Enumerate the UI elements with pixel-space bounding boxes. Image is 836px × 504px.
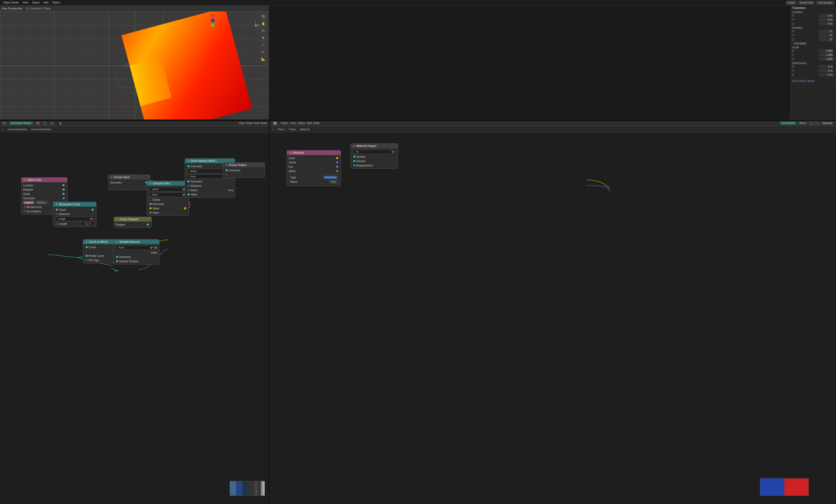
scale-y-value[interactable]: 1.000 xyxy=(819,53,834,57)
vp-transform-icon[interactable]: ⤢ xyxy=(260,42,266,48)
vp-annotate-icon[interactable]: ✏ xyxy=(260,49,266,55)
node-group-output[interactable]: ▼ Group Output Geometry xyxy=(223,162,265,178)
ne-close-icon[interactable]: × xyxy=(50,121,54,125)
app-manager-btn[interactable]: App Manager xyxy=(816,1,834,5)
scale-x-value[interactable]: 1.000 xyxy=(819,49,834,53)
mat-canvas[interactable]: ▼ Attribute Color Vector Fac Alpha xyxy=(270,133,836,504)
mat-add-menu[interactable]: Add xyxy=(307,122,311,124)
loc-y-value[interactable]: 0 m xyxy=(819,18,834,21)
attr-alpha-label: Alpha xyxy=(288,170,336,173)
collapse-arrow-3[interactable]: ▼ xyxy=(111,176,113,179)
sn-point-dropdown[interactable]: Point Edge xyxy=(116,246,154,250)
ne-pin-icon[interactable]: 📌 xyxy=(35,121,40,125)
vp-move-icon[interactable]: ✋ xyxy=(260,21,266,26)
swatch-red[interactable] xyxy=(784,479,809,496)
mat-breadcrumb-material[interactable]: Material xyxy=(300,128,310,131)
mat-view-menu[interactable]: View xyxy=(290,122,296,124)
collapse-arrow-mo[interactable]: ▼ xyxy=(353,145,355,148)
collapse-arrow-9[interactable]: ▼ xyxy=(225,164,228,167)
rot-z-value[interactable]: 0° xyxy=(819,38,834,41)
node-group-input[interactable]: ▼ Group Input Geometry xyxy=(108,175,150,190)
scale-z-value[interactable]: 1.000 xyxy=(819,57,834,61)
node-sample-nearest[interactable]: ▼ Sample Nearest Point Edge Index Geomet… xyxy=(113,239,159,265)
mat-breadcrumb-home[interactable]: ⌂ xyxy=(272,128,273,131)
breadcrumb-home[interactable]: ⌂ xyxy=(2,128,3,131)
collapse-arrow-7[interactable]: ▼ xyxy=(116,240,118,243)
resample-len-value[interactable]: 0.1 m xyxy=(81,222,95,226)
menu-add[interactable]: Add xyxy=(42,1,50,4)
relative-btn[interactable]: Relative xyxy=(35,201,48,205)
breadcrumb-geonodes2[interactable]: GeometryNodes xyxy=(32,128,51,131)
mat-slot-prev-icon[interactable]: ‹ xyxy=(809,121,814,125)
swatch-blue[interactable] xyxy=(760,479,784,496)
attr-name-value[interactable]: tang xyxy=(329,180,338,183)
sna-val-in xyxy=(188,193,190,195)
mat-use-nodes-btn[interactable]: Use Nodes xyxy=(780,121,796,125)
dim-z-value[interactable]: 0 m xyxy=(819,73,834,77)
original-btn[interactable]: Original xyxy=(23,201,34,204)
mat-breadcrumb-plane2[interactable]: Plane xyxy=(289,128,296,131)
ne-scene-icon[interactable]: □ xyxy=(42,121,47,125)
mat-object-menu[interactable]: Object xyxy=(281,122,288,124)
ne-add-menu[interactable]: Add xyxy=(254,122,259,124)
breadcrumb-geonodes1[interactable]: GeometryNodes xyxy=(7,128,27,131)
mat-material-label[interactable]: Material xyxy=(821,121,834,125)
rot-x-value[interactable]: 0° xyxy=(819,30,834,33)
ne-workspace-label[interactable]: Geometry Nodes xyxy=(9,121,33,125)
mat-select-menu[interactable]: Select xyxy=(298,122,305,124)
node-attribute[interactable]: ▼ Attribute Color Vector Fac Alpha xyxy=(287,150,341,186)
vp-camera-icon[interactable]: 📷 xyxy=(260,14,266,20)
loc-x-value[interactable]: 0 m xyxy=(819,14,834,17)
mo-all-dropdown[interactable]: All xyxy=(353,150,395,154)
menu-object-mode[interactable]: Object Mode xyxy=(2,1,20,4)
ne-select-menu[interactable]: Select xyxy=(246,122,253,124)
menu-view[interactable]: View xyxy=(21,1,30,4)
dim-y-row: Y 2 m xyxy=(792,69,834,73)
vp-scale-icon[interactable]: ⊕ xyxy=(260,35,266,41)
ne-editor-type-icon[interactable]: ⬡ xyxy=(2,121,7,125)
node-curve-tangent[interactable]: ▼ Curve Tangent Tangent xyxy=(114,217,152,228)
resample-mode-dropdown[interactable]: Length Count xyxy=(56,217,94,221)
vp-rotate-icon[interactable]: ↻ xyxy=(260,28,266,34)
sna-name-label: Name xyxy=(190,189,227,192)
edit-linked-label[interactable]: Edit Linked Library xyxy=(792,80,815,82)
sample-idx-point-dropdown[interactable]: Point Edge xyxy=(149,193,186,197)
ne-view-menu[interactable]: View xyxy=(239,122,245,124)
mat-breadcrumb-plane1[interactable]: Plane xyxy=(278,128,285,131)
collapse-arrow-8[interactable]: ▼ xyxy=(187,160,190,162)
collapse-arrow-attr[interactable]: ▼ xyxy=(289,152,291,154)
sample-idx-vec-dropdown[interactable]: Vector Float xyxy=(149,187,186,191)
node-canvas[interactable]: ▼ Object Info Location Rotation Scale Ge… xyxy=(0,133,269,504)
streak-peek-btn[interactable]: Streak Peek xyxy=(798,1,815,5)
vp-measure-icon[interactable]: 📐 xyxy=(260,56,266,62)
ne-anchor-icon[interactable]: ⚓ xyxy=(59,122,62,124)
mat-editor-type-icon[interactable]: 🎨 xyxy=(272,121,278,125)
global-btn[interactable]: Global xyxy=(786,1,797,5)
collapse-arrow-2[interactable]: ▼ xyxy=(55,203,58,206)
node-sample-index[interactable]: ▼ Sample Index Vector Float Point Edge xyxy=(147,181,189,216)
ne-node-menu[interactable]: Node xyxy=(260,122,267,124)
viewport-canvas[interactable] xyxy=(0,12,269,119)
collapse-arrow-4[interactable]: ▼ xyxy=(116,218,118,221)
menu-select[interactable]: Select xyxy=(31,1,41,4)
rotation-type-value[interactable]: XYZ Euler xyxy=(792,42,807,45)
location-z-row: Z 0 m xyxy=(792,22,834,25)
collapse-arrow[interactable]: ▼ xyxy=(24,179,26,181)
loc-z-value[interactable]: 0 m xyxy=(819,22,834,25)
axes-widget[interactable] xyxy=(250,20,261,31)
node-resample-curve[interactable]: ▼ Resample Curve Curve Selection Length … xyxy=(53,202,96,227)
dim-y-value[interactable]: 2 m xyxy=(819,69,834,73)
clamp-checkbox[interactable] xyxy=(149,198,151,201)
collapse-arrow-6[interactable]: ▼ xyxy=(85,240,88,243)
mat-node-menu[interactable]: Node xyxy=(313,122,320,124)
dim-x-value[interactable]: 2 m xyxy=(819,65,834,69)
mat-slot-next-icon[interactable]: › xyxy=(815,121,820,125)
scale-z-row: Z 1.000 xyxy=(792,57,834,61)
rot-y-value[interactable]: 0° xyxy=(819,34,834,37)
menu-object[interactable]: Object xyxy=(51,1,62,4)
node-material-output[interactable]: ▼ Material Output All Surface Volume xyxy=(350,143,398,169)
collapse-arrow-5[interactable]: ▼ xyxy=(149,182,152,185)
scale-x-label: X xyxy=(792,50,794,53)
mat-slot-label[interactable]: Slot 1 xyxy=(798,121,808,125)
attr-type-value[interactable]: Geometry xyxy=(323,176,338,179)
